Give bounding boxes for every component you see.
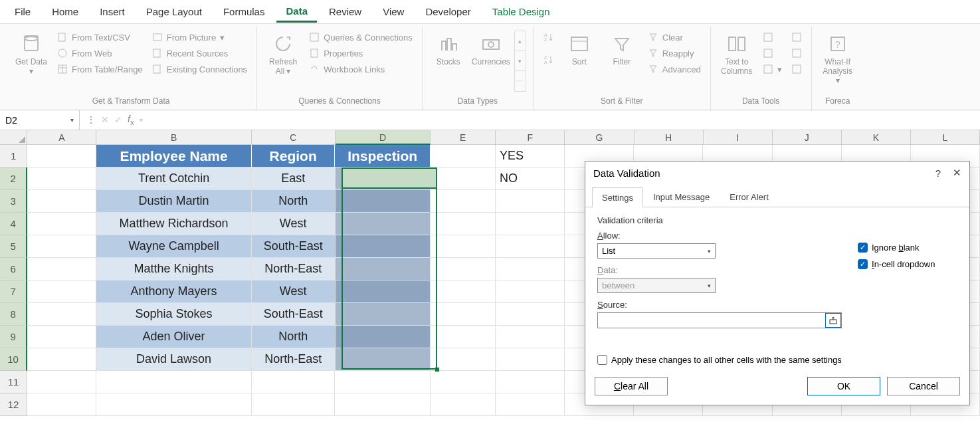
fill-handle[interactable] (435, 368, 439, 372)
menu-page-layout[interactable]: Page Layout (137, 2, 211, 21)
cell-E9[interactable] (431, 326, 496, 348)
menu-home[interactable]: Home (43, 2, 88, 21)
cell-B4[interactable]: Matthew Richardson (96, 213, 251, 235)
cell-A5[interactable] (27, 235, 96, 258)
cell-E2[interactable] (431, 167, 496, 190)
refresh-all-button[interactable]: Refresh All ▾ (264, 31, 302, 78)
cell-E8[interactable] (431, 303, 496, 326)
cell-E11[interactable] (431, 371, 496, 393)
stocks-button[interactable]: Stocks (429, 31, 468, 69)
row-head-2[interactable]: 2 (0, 167, 27, 190)
row-head-12[interactable]: 12 (0, 393, 27, 416)
from-picture-button[interactable]: From Picture ▾ (149, 31, 250, 44)
close-icon[interactable]: ✕ (953, 167, 961, 179)
col-head-B[interactable]: B (96, 130, 252, 145)
cell-C1[interactable]: Region (252, 145, 336, 167)
col-head-D[interactable]: D (336, 130, 431, 145)
col-head-K[interactable]: K (842, 130, 911, 145)
cell-B8[interactable]: Sophia Stokes (96, 303, 251, 326)
cell-D2[interactable] (336, 167, 431, 190)
cell-F9[interactable] (496, 326, 565, 348)
cell-F8[interactable] (496, 303, 565, 326)
cell-D7[interactable] (336, 280, 431, 303)
from-table-range-button[interactable]: From Table/Range (54, 62, 146, 76)
ignore-blank-checkbox[interactable]: ✓Ignore blank (858, 243, 935, 253)
cell-F6[interactable] (496, 258, 565, 280)
properties-button[interactable]: Properties (306, 47, 415, 60)
cell-D9[interactable] (336, 326, 431, 348)
cell-A8[interactable] (27, 303, 96, 326)
col-head-I[interactable]: I (704, 130, 773, 145)
fx-icon[interactable]: fx (128, 114, 134, 126)
menu-file[interactable]: File (5, 2, 40, 21)
manage-data-model-button[interactable] (789, 62, 805, 76)
enter-formula-icon[interactable]: ✓ (114, 114, 122, 125)
cell-A4[interactable] (27, 213, 96, 235)
dialog-tab-error-alert[interactable]: Error Alert (720, 187, 779, 207)
row-head-6[interactable]: 6 (0, 258, 27, 280)
row-head-7[interactable]: 7 (0, 280, 27, 303)
cell-F10[interactable] (496, 348, 565, 371)
cell-F1[interactable]: YES (496, 145, 565, 167)
row-head-5[interactable]: 5 (0, 235, 27, 258)
reapply-button[interactable]: Reapply (645, 47, 704, 60)
cell-B3[interactable]: Dustin Martin (96, 190, 251, 213)
text-to-columns-button[interactable]: Text to Columns (718, 31, 756, 78)
menu-review[interactable]: Review (320, 2, 371, 21)
apply-all-checkbox[interactable]: Apply these changes to all other cells w… (597, 355, 957, 365)
cell-A7[interactable] (27, 280, 96, 303)
cell-B10[interactable]: David Lawson (96, 348, 251, 371)
cell-A10[interactable] (27, 348, 96, 371)
clear-all-button[interactable]: Clear All (595, 377, 668, 395)
select-all-corner[interactable] (0, 130, 27, 145)
cell-B6[interactable]: Matthe Knights (96, 258, 251, 280)
col-head-G[interactable]: G (565, 130, 634, 145)
cell-C8[interactable]: South-East (252, 303, 336, 326)
cell-C11[interactable] (252, 371, 336, 393)
menu-data[interactable]: Data (276, 1, 317, 23)
cell-E1[interactable] (431, 145, 496, 167)
cell-B5[interactable]: Wayne Campbell (96, 235, 251, 258)
clear-filter-button[interactable]: Clear (645, 31, 704, 44)
row-head-9[interactable]: 9 (0, 326, 27, 348)
cancel-button[interactable]: Cancel (887, 377, 960, 395)
row-head-1[interactable]: 1 (0, 145, 27, 167)
col-head-A[interactable]: A (27, 130, 96, 145)
cell-C6[interactable]: North-East (252, 258, 336, 280)
cell-D1[interactable]: Inspection (335, 145, 430, 167)
help-icon[interactable]: ? (935, 167, 941, 179)
cell-E4[interactable] (431, 213, 496, 235)
cell-D10[interactable] (336, 348, 431, 371)
cancel-formula-icon[interactable]: ✕ (101, 114, 109, 125)
col-head-E[interactable]: E (431, 130, 496, 145)
cell-E3[interactable] (431, 190, 496, 213)
cell-B2[interactable]: Trent Cotchin (96, 167, 251, 190)
menu-view[interactable]: View (373, 2, 413, 21)
dialog-tab-input-message[interactable]: Input Message (643, 187, 720, 207)
range-picker-icon[interactable] (825, 313, 841, 328)
cell-E5[interactable] (431, 235, 496, 258)
cell-B1[interactable]: Employee Name (96, 145, 251, 167)
flash-fill-button[interactable] (760, 31, 785, 44)
cell-B12[interactable] (96, 393, 251, 416)
cell-C4[interactable]: West (252, 213, 336, 235)
cell-A12[interactable] (27, 393, 96, 416)
consolidate-button[interactable] (789, 31, 805, 44)
data-types-gallery[interactable]: ▴▾⋯ (514, 31, 526, 92)
cell-F4[interactable] (496, 213, 565, 235)
menu-table-design[interactable]: Table Design (483, 2, 559, 21)
cell-C9[interactable]: North (252, 326, 336, 348)
name-box[interactable]: D2▾ (0, 110, 80, 130)
existing-connections-button[interactable]: Existing Connections (149, 62, 250, 76)
row-head-4[interactable]: 4 (0, 213, 27, 235)
cell-A11[interactable] (27, 371, 96, 393)
cell-A1[interactable] (27, 145, 96, 167)
cell-C7[interactable]: West (252, 280, 336, 303)
col-head-H[interactable]: H (635, 130, 704, 145)
menu-developer[interactable]: Developer (416, 2, 480, 21)
sort-button[interactable]: Sort (560, 31, 599, 69)
cell-E7[interactable] (431, 280, 496, 303)
row-head-11[interactable]: 11 (0, 371, 27, 393)
from-web-button[interactable]: From Web (54, 47, 146, 60)
cell-C3[interactable]: North (252, 190, 336, 213)
